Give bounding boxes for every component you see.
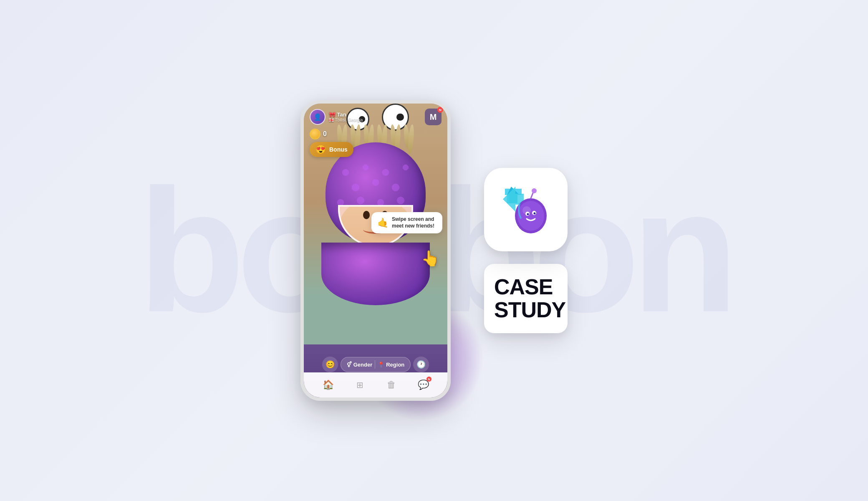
filter-bar: 😊 ⚥ Gender 📍 Region �	[304, 357, 447, 372]
user-profile[interactable]: 👤 🎀 Tan 🇬🇪 Tbilisi, Georgia	[310, 109, 363, 125]
gender-filter-label[interactable]: ⚥ Gender	[347, 362, 373, 368]
avatar: 👤	[310, 109, 326, 125]
monster-lower-body	[321, 243, 430, 305]
clock-icon: 🕐	[416, 360, 426, 369]
svg-point-8	[532, 188, 537, 193]
nav-grid[interactable]: ⊞	[351, 376, 369, 394]
main-content: 🤙 Swipe screen and meet new friends! 👆 👤…	[300, 100, 568, 401]
nav-chat[interactable]: 💬 N	[414, 376, 432, 394]
swipe-tooltip: 🤙 Swipe screen and meet new friends!	[371, 212, 442, 233]
crown-badge[interactable]: M N	[425, 109, 442, 125]
grid-icon: ⊞	[356, 380, 363, 390]
gender-icon: ⚥	[347, 362, 352, 368]
nav-home[interactable]: 🏠	[319, 376, 337, 394]
phone-container: 🤙 Swipe screen and meet new friends! 👆 👤…	[300, 100, 451, 401]
right-panel: CASE STUDY	[484, 168, 568, 333]
nav-trash[interactable]: 🗑	[382, 376, 401, 394]
pin-icon: 📍	[378, 362, 384, 368]
swipe-hand-icon: 👆	[421, 250, 440, 267]
clock-button[interactable]: 🕐	[413, 357, 429, 372]
user-name-location: 🎀 Tan 🇬🇪 Tbilisi, Georgia	[329, 111, 363, 122]
crown-letter: M	[430, 112, 437, 122]
chat-icon: 💬	[418, 380, 429, 390]
home-icon: 🏠	[323, 380, 334, 390]
app-icon-svg	[497, 180, 555, 239]
trash-icon: 🗑	[387, 380, 396, 390]
notification-dot: N	[437, 107, 443, 113]
crown-container: M N	[425, 109, 442, 125]
bonus-button[interactable]: 😍 Bonus	[310, 142, 353, 157]
phone-mockup: 🤙 Swipe screen and meet new friends! 👆 👤…	[300, 100, 451, 401]
top-ui-overlay: 👤 🎀 Tan 🇬🇪 Tbilisi, Georgia M N	[304, 104, 447, 160]
tooltip-text: Swipe screen and meet new friends!	[392, 216, 437, 229]
coin-row: 0	[310, 129, 442, 139]
user-name: 🎀 Tan	[329, 111, 363, 118]
case-study-line1: CASE	[494, 276, 558, 299]
tooltip-emoji: 🤙	[377, 218, 389, 228]
filter-pill: ⚥ Gender 📍 Region	[341, 357, 411, 372]
case-study-card: CASE STUDY	[484, 264, 568, 333]
case-study-title: CASE STUDY	[494, 276, 558, 321]
face-filter-button[interactable]: 😊	[322, 357, 338, 372]
bottom-navigation: 🏠 ⊞ 🗑 💬 N	[304, 372, 447, 397]
app-icon-container	[484, 168, 568, 251]
screen-content: 🤙 Swipe screen and meet new friends! 👆 👤…	[304, 104, 447, 397]
user-location: 🇬🇪 Tbilisi, Georgia	[329, 118, 363, 122]
face-filter-icon: 😊	[326, 360, 335, 369]
bonus-label: Bonus	[329, 146, 348, 153]
filter-divider	[375, 360, 375, 369]
coin-icon	[310, 129, 320, 139]
svg-point-6	[534, 213, 536, 215]
face-eye-left	[363, 211, 370, 219]
case-study-line2: STUDY	[494, 299, 558, 321]
chat-notification-badge: N	[426, 377, 431, 382]
user-info-row: 👤 🎀 Tan 🇬🇪 Tbilisi, Georgia M N	[310, 109, 442, 125]
coin-count: 0	[323, 130, 327, 138]
svg-point-5	[527, 213, 529, 215]
region-filter-label[interactable]: 📍 Region	[378, 362, 404, 368]
bonus-emoji: 😍	[315, 144, 326, 154]
svg-point-1	[517, 201, 544, 231]
